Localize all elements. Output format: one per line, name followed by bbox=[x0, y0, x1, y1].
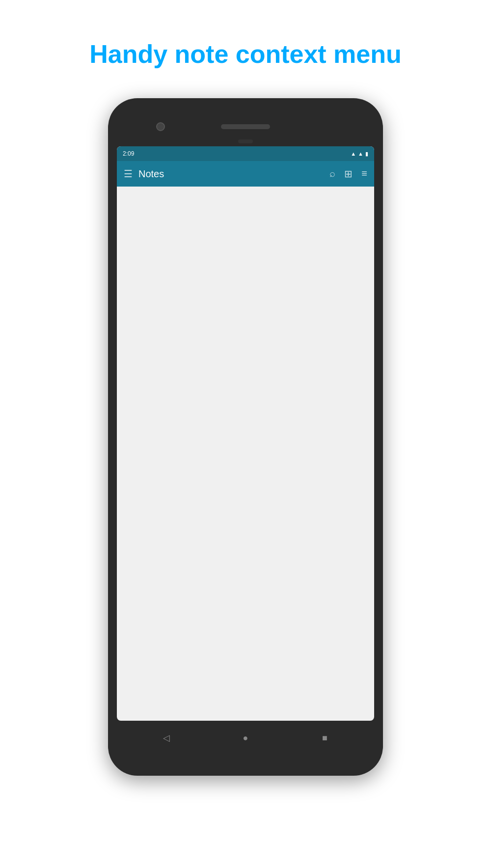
status-icons: ▲ ▲ ▮ bbox=[351, 151, 368, 157]
phone-top-area bbox=[117, 107, 374, 146]
app-bar-actions: ⌕ ⊞ ≡ bbox=[329, 168, 367, 180]
filter-icon[interactable]: ≡ bbox=[361, 168, 367, 180]
phone-screen: 2:09 ▲ ▲ ▮ ☰ Notes ⌕ ⊞ ≡ bbox=[117, 146, 374, 721]
speaker bbox=[221, 124, 270, 129]
back-button[interactable]: ◁ bbox=[159, 731, 174, 745]
app-title: Notes bbox=[138, 168, 324, 180]
phone-bottom-nav: ◁ ● ■ bbox=[117, 721, 374, 755]
page-title: Handy note context menu bbox=[70, 39, 421, 69]
phone-frame: 2:09 ▲ ▲ ▮ ☰ Notes ⌕ ⊞ ≡ bbox=[108, 98, 383, 776]
recent-button[interactable]: ■ bbox=[317, 731, 332, 745]
wifi-icon: ▲ bbox=[351, 151, 356, 157]
home-button[interactable]: ● bbox=[238, 731, 253, 745]
fingerprint-sensor bbox=[238, 139, 253, 143]
status-bar: 2:09 ▲ ▲ ▮ bbox=[117, 146, 374, 161]
grid-view-icon[interactable]: ⊞ bbox=[344, 168, 353, 180]
camera bbox=[156, 122, 165, 131]
hamburger-menu-icon[interactable]: ☰ bbox=[124, 168, 133, 180]
phone-body: 2:09 ▲ ▲ ▮ ☰ Notes ⌕ ⊞ ≡ bbox=[108, 98, 383, 776]
app-bar: ☰ Notes ⌕ ⊞ ≡ bbox=[117, 161, 374, 187]
status-time: 2:09 bbox=[123, 150, 134, 157]
search-icon[interactable]: ⌕ bbox=[329, 168, 335, 180]
signal-icon: ▲ bbox=[358, 151, 363, 157]
battery-icon: ▮ bbox=[365, 151, 368, 157]
